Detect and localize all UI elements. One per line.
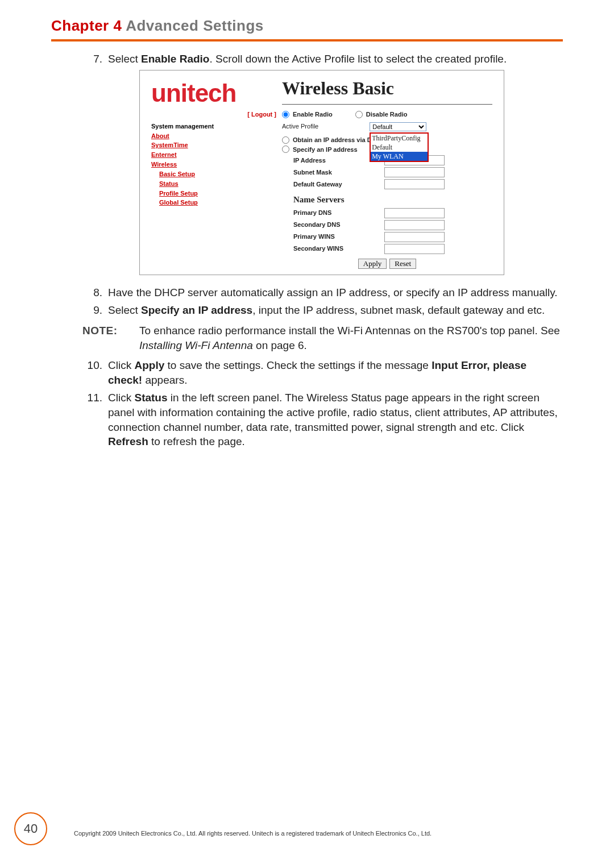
specify-ip-label: Specify an IP address bbox=[293, 146, 358, 154]
primary-dns-label: Primary DNS bbox=[282, 209, 384, 217]
brand-text: unitech bbox=[151, 79, 236, 107]
obtain-dhcp-input[interactable] bbox=[282, 136, 289, 144]
enable-radio-label: Enable Radio bbox=[293, 110, 333, 119]
step-9-text: Select Specify an IP address, input the … bbox=[108, 303, 563, 318]
sidebar: [ Logout ] System management About Syste… bbox=[140, 110, 282, 275]
header-rule bbox=[51, 39, 563, 41]
nav-basic-setup[interactable]: Basic Setup bbox=[159, 170, 276, 178]
step-11-num: 11. bbox=[82, 391, 108, 449]
subnet-mask-input[interactable] bbox=[384, 167, 445, 177]
active-profile-select[interactable]: Default bbox=[370, 122, 426, 131]
nav-enternet[interactable]: Enternet bbox=[151, 151, 276, 159]
primary-dns-input[interactable] bbox=[384, 208, 445, 218]
specify-ip-input[interactable] bbox=[282, 146, 289, 153]
step-10: 10. Click Apply to save the settings. Ch… bbox=[82, 358, 563, 387]
subnet-mask-label: Subnet Mask bbox=[282, 168, 384, 177]
title-rule bbox=[282, 104, 492, 105]
secondary-wins-label: Secondary WINS bbox=[282, 244, 384, 253]
note-text: To enhance radio performance install the… bbox=[139, 323, 563, 352]
logout-link[interactable]: [ Logout ] bbox=[151, 110, 276, 119]
reset-button[interactable]: Reset bbox=[389, 259, 416, 269]
chapter-header: Chapter 4 Advanced Settings bbox=[51, 17, 563, 35]
ui-page-title: Wireless Basic bbox=[282, 76, 492, 101]
default-gateway-label: Default Gateway bbox=[282, 180, 384, 189]
nav-wireless[interactable]: Wireless bbox=[151, 160, 276, 169]
page-number-circle: 40 bbox=[14, 812, 47, 845]
primary-wins-label: Primary WINS bbox=[282, 232, 384, 241]
ui-main-panel: Enable Radio Disable Radio Active Profil… bbox=[282, 110, 504, 275]
step-7-text: Select Enable Radio. Scroll down the Act… bbox=[108, 52, 563, 67]
default-gateway-input[interactable] bbox=[384, 179, 445, 189]
apply-button[interactable]: Apply bbox=[358, 259, 387, 269]
embedded-ui-screenshot: unitech Wireless Basic [ Logout ] System… bbox=[139, 70, 504, 275]
profile-option-thirdparty[interactable]: ThirdPartyConfig bbox=[371, 134, 428, 143]
note-label: NOTE: bbox=[82, 323, 139, 352]
ip-address-label: IP Address bbox=[282, 156, 384, 165]
step-7: 7. Select Enable Radio. Scroll down the … bbox=[82, 52, 563, 67]
chapter-title: Advanced Settings bbox=[126, 17, 264, 34]
step-11: 11. Click Status in the left screen pane… bbox=[82, 391, 563, 449]
step-8-num: 8. bbox=[82, 285, 108, 300]
profile-option-mywlan[interactable]: My WLAN bbox=[371, 152, 428, 161]
disable-radio-label: Disable Radio bbox=[366, 110, 408, 119]
step-11-text: Click Status in the left screen panel. T… bbox=[108, 391, 563, 449]
note: NOTE: To enhance radio performance insta… bbox=[82, 323, 563, 352]
name-servers-heading: Name Servers bbox=[293, 194, 492, 205]
secondary-wins-input[interactable] bbox=[384, 244, 445, 254]
nav-global-setup[interactable]: Global Setup bbox=[159, 198, 276, 207]
primary-wins-input[interactable] bbox=[384, 232, 445, 242]
copyright: Copyright 2009 Unitech Electronics Co., … bbox=[74, 830, 563, 837]
enable-radio-input[interactable] bbox=[282, 111, 289, 118]
secondary-dns-label: Secondary DNS bbox=[282, 221, 384, 229]
disable-radio-option[interactable]: Disable Radio bbox=[355, 110, 408, 119]
step-9: 9. Select Specify an IP address, input t… bbox=[82, 303, 563, 318]
nav-systemtime[interactable]: SystemTime bbox=[151, 141, 276, 149]
nav-heading: System management bbox=[151, 122, 276, 131]
step-8: 8. Have the DHCP server automatically as… bbox=[82, 285, 563, 300]
step-7-num: 7. bbox=[82, 52, 108, 67]
profile-option-default[interactable]: Default bbox=[371, 143, 428, 152]
secondary-dns-input[interactable] bbox=[384, 220, 445, 230]
chapter-number: Chapter 4 bbox=[51, 17, 122, 34]
step-10-text: Click Apply to save the settings. Check … bbox=[108, 358, 563, 387]
step-8-text: Have the DHCP server automatically assig… bbox=[108, 285, 563, 300]
nav-profile-setup[interactable]: Profile Setup bbox=[159, 189, 276, 198]
nav-about[interactable]: About bbox=[151, 132, 276, 140]
step-10-num: 10. bbox=[82, 358, 108, 387]
page-number: 40 bbox=[14, 812, 47, 845]
brand-logo: unitech bbox=[140, 70, 282, 110]
enable-radio-option[interactable]: Enable Radio bbox=[282, 110, 333, 119]
step-9-num: 9. bbox=[82, 303, 108, 318]
disable-radio-input[interactable] bbox=[355, 111, 363, 118]
active-profile-dropdown[interactable]: ThirdPartyConfig Default My WLAN bbox=[370, 132, 429, 163]
nav-status[interactable]: Status bbox=[159, 180, 276, 188]
active-profile-label: Active Profile bbox=[282, 122, 318, 131]
